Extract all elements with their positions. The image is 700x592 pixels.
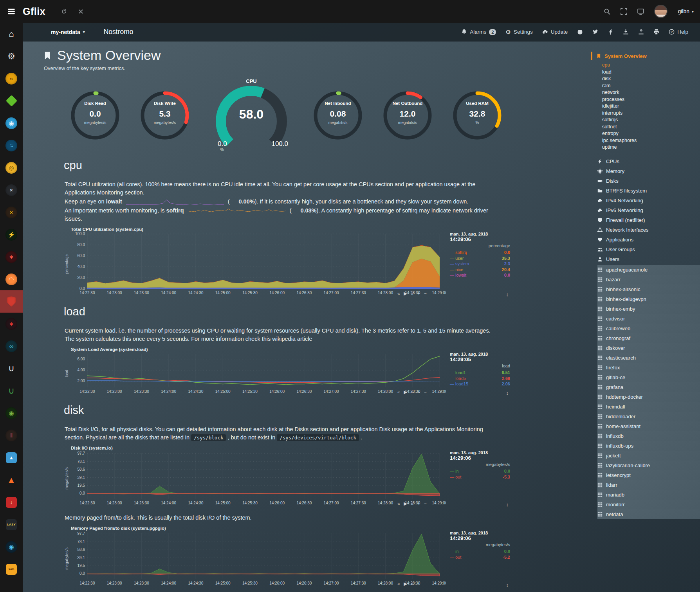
zoom-in-icon[interactable]: + [418, 501, 420, 506]
sidebar-item-user-groups[interactable]: User Groups [597, 245, 697, 254]
app-shortcut[interactable]: ∪ [0, 380, 23, 402]
chart-canvas[interactable]: 14:22:3014:23:0014:23:3014:24:0014:24:30… [71, 531, 446, 587]
sidebar-sub-softirqs[interactable]: softirqs [602, 117, 697, 124]
sidebar-sub-softnet[interactable]: softnet [602, 124, 697, 131]
menu-item-upload[interactable] [638, 29, 644, 35]
zoom-out-icon[interactable]: − [424, 390, 427, 394]
sidebar-app-bazarr[interactable]: bazarr [597, 275, 700, 284]
app-shortcut[interactable]: ↓ [0, 491, 23, 513]
app-shortcut[interactable]: sab [0, 558, 23, 580]
app-shortcut[interactable]: ▲ [0, 469, 23, 491]
zoom-in-icon[interactable]: + [418, 581, 420, 586]
refresh-icon[interactable] [61, 9, 67, 14]
sidebar-app-hddtemp-docker[interactable]: hddtemp-docker [597, 392, 700, 402]
pan-right-icon[interactable]: » [411, 291, 413, 296]
resize-handle-icon[interactable]: ↕ [506, 292, 509, 297]
app-shortcut[interactable]: ◉ [0, 536, 23, 558]
sidebar-item-users[interactable]: Users [597, 254, 697, 264]
sidebar-app-gitlab-ce[interactable]: gitlab-ce [597, 372, 700, 382]
sidebar-item-ipv4-networking[interactable]: IPv4 Networking [597, 196, 697, 205]
legend-series-in[interactable]: — in0.0 [450, 468, 510, 474]
app-shortcut[interactable]: ⚡ [0, 223, 23, 246]
close-icon[interactable] [78, 9, 84, 14]
home-icon[interactable]: ⌂ [0, 23, 23, 45]
sidebar-item-system-overview[interactable]: System Overview [591, 52, 697, 60]
legend-series-nice[interactable]: — nice20.4 [450, 267, 510, 273]
sidebar-app-firefox[interactable]: firefox [597, 363, 700, 372]
app-shortcut[interactable]: » [0, 67, 23, 90]
pan-left-icon[interactable]: « [397, 291, 400, 296]
resize-handle-icon[interactable]: ↕ [506, 390, 509, 396]
legend-series-iowait[interactable]: — iowait0.0 [450, 272, 510, 278]
menu-item-facebook[interactable] [608, 29, 613, 35]
app-shortcut-active[interactable] [0, 290, 23, 313]
zoom-out-icon[interactable]: − [424, 501, 427, 506]
play-icon[interactable]: ▶ [404, 501, 407, 506]
sidebar-sub-interrupts[interactable]: interrupts [602, 110, 697, 117]
sidebar-app-grafana[interactable]: grafana [597, 382, 700, 392]
sidebar-sub-cpu[interactable]: cpu [602, 62, 697, 69]
menu-item-twitter[interactable] [592, 29, 598, 35]
sidebar-app-binhex-delugevpn[interactable]: binhex-delugevpn [597, 294, 700, 304]
legend-series-load1[interactable]: — load16.51 [450, 370, 510, 376]
app-shortcut[interactable]: ◠ [0, 268, 23, 290]
menu-icon[interactable] [0, 7, 23, 15]
sidebar-item-cpus[interactable]: CPUs [597, 157, 697, 166]
menu-item-download[interactable] [623, 29, 629, 35]
legend-series-out[interactable]: — out-5.2 [450, 554, 510, 560]
resize-handle-icon[interactable]: ↕ [506, 582, 509, 588]
sidebar-item-network-interfaces[interactable]: Network Interfaces [597, 225, 697, 235]
app-shortcut[interactable]: ‖ [0, 424, 23, 446]
sidebar-app-binhex-airsonic[interactable]: binhex-airsonic [597, 284, 700, 294]
sidebar-sub-disk[interactable]: disk [602, 76, 697, 83]
legend-series-load15[interactable]: — load152.06 [450, 381, 510, 387]
sidebar-item-ipv6-networking[interactable]: IPv6 Networking [597, 205, 697, 215]
menu-item-alarms[interactable]: Alarms2 [461, 29, 496, 35]
server-selector[interactable]: my-netdata ▾ [51, 29, 85, 35]
sidebar-app-influxdb[interactable]: influxdb [597, 431, 700, 441]
app-shortcut[interactable]: × [0, 179, 23, 201]
chart-canvas[interactable]: 14:22:3014:23:0014:23:3014:24:0014:24:30… [71, 450, 446, 507]
app-shortcut[interactable]: LAZY [0, 513, 23, 536]
legend-series-in[interactable]: — in0.0 [450, 549, 510, 554]
app-shortcut[interactable]: ∗ [0, 313, 23, 335]
pan-right-icon[interactable]: » [411, 390, 413, 394]
sidebar-app-lazylibrarian-calibre[interactable]: lazylibrarian-calibre [597, 461, 700, 470]
sidebar-app-hiddenloader[interactable]: hiddenloader [597, 412, 700, 421]
app-shortcut[interactable]: ∪ [0, 357, 23, 380]
zoom-out-icon[interactable]: − [424, 581, 427, 586]
pan-left-icon[interactable]: « [397, 501, 400, 506]
play-icon[interactable]: ▶ [404, 291, 407, 296]
sidebar-app-chronograf[interactable]: chronograf [597, 333, 700, 343]
app-shortcut[interactable]: ≈ [0, 134, 23, 157]
chart-disk[interactable]: Disk I/O (system.io)megabytes/s14:22:301… [65, 446, 511, 508]
zoom-in-icon[interactable]: + [418, 291, 420, 296]
pan-left-icon[interactable]: « [397, 390, 400, 394]
chart-load[interactable]: System Load Average (system.load)load14:… [65, 347, 511, 397]
menu-item-update[interactable]: Update [542, 29, 568, 35]
pan-right-icon[interactable]: » [411, 501, 413, 506]
fullscreen-icon[interactable] [621, 8, 627, 15]
sidebar-app-netdata[interactable]: netdata [597, 509, 700, 519]
app-shortcut[interactable] [0, 90, 23, 112]
sidebar-app-diskover[interactable]: diskover [597, 343, 700, 353]
sidebar-app-influxdb-ups[interactable]: influxdb-ups [597, 441, 700, 451]
resize-handle-icon[interactable]: ↕ [506, 502, 509, 507]
sidebar-sub-processes[interactable]: processes [602, 96, 697, 103]
app-shortcut[interactable]: ▲ [0, 446, 23, 469]
legend-series-out[interactable]: — out-5.3 [450, 474, 510, 480]
menu-item-settings[interactable]: ⚙Settings [505, 29, 532, 35]
search-icon[interactable] [604, 8, 610, 15]
sidebar-item-disks[interactable]: Disks [597, 176, 697, 186]
menu-item-github[interactable] [577, 29, 583, 35]
menu-item-print[interactable] [653, 29, 659, 35]
sidebar-app-mariadb[interactable]: mariadb [597, 490, 700, 500]
app-shortcut[interactable]: ◎ [0, 157, 23, 179]
sidebar-app-monitorr[interactable]: monitorr [597, 500, 700, 509]
sidebar-sub-ram[interactable]: ram [602, 83, 697, 90]
zoom-in-icon[interactable]: + [418, 390, 420, 394]
legend-series-system[interactable]: — system2.3 [450, 261, 510, 267]
chart-canvas[interactable]: 14:22:3014:23:0014:23:3014:24:0014:24:30… [71, 352, 446, 395]
app-shortcut[interactable]: ◉ [0, 112, 23, 134]
sidebar-sub-idlejitter[interactable]: idlejitter [602, 103, 697, 110]
